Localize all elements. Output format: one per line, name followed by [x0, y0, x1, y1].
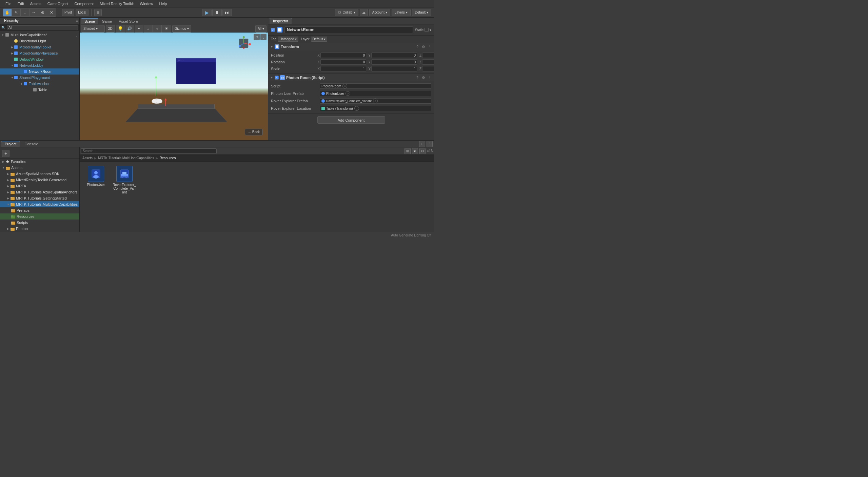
multiuser-menu[interactable]: ⋮ — [75, 33, 78, 37]
project-add-btn[interactable]: + — [2, 150, 9, 157]
tree-item-mrplayspace[interactable]: ▶ MixedRealityPlayspace — [0, 50, 79, 56]
cloud-button[interactable]: ☁ — [360, 9, 368, 16]
tree-item-table[interactable]: Table — [0, 87, 79, 93]
scale-y-input[interactable] — [371, 66, 417, 71]
project-item-azure-tutorials[interactable]: ▶ MRTK.Tutorials.AzureSpatialAnchors — [0, 189, 79, 195]
pivot-button[interactable]: Pivot — [62, 9, 74, 16]
tab-scene[interactable]: Scene — [81, 18, 98, 24]
tree-item-dirlight[interactable]: Directional Light — [0, 38, 79, 44]
play-button[interactable]: ▶ — [202, 9, 212, 16]
photon-user-ref-btn[interactable]: ○ — [346, 91, 350, 96]
script-ref-field[interactable]: PhotonRoom ○ — [320, 83, 431, 89]
tree-item-mrtoolkit[interactable]: ▶ MixedRealityToolkit — [0, 44, 79, 50]
photon-room-active[interactable]: ✓ — [275, 76, 279, 80]
fx-btn[interactable]: ✦ — [135, 25, 143, 33]
tab-game[interactable]: Game — [98, 19, 115, 24]
tree-item-debugwindow[interactable]: DebugWindow — [0, 56, 79, 62]
menu-gameobject[interactable]: GameObject — [45, 1, 71, 6]
snap-button[interactable]: ⊞ — [94, 9, 102, 16]
account-dropdown[interactable]: Account ▾ — [369, 9, 390, 16]
gizmos-dropdown[interactable]: Gizmos ▾ — [172, 25, 191, 33]
shading-dropdown[interactable]: Shaded ▾ — [81, 25, 105, 33]
transform-overflow-btn[interactable]: ⋮ — [427, 44, 432, 49]
position-x-input[interactable] — [320, 53, 366, 58]
active-checkbox[interactable]: ✓ — [271, 28, 275, 32]
project-item-getting-started[interactable]: ▶ MRTK.Tutorials.GettingStarted — [0, 195, 79, 201]
menu-component[interactable]: Component — [72, 1, 96, 6]
default-dropdown[interactable]: Default ▾ — [412, 9, 431, 16]
gameobject-name-input[interactable] — [284, 26, 413, 33]
collab-dropdown[interactable]: ⬡ Collab ▾ — [335, 9, 358, 16]
project-item-mrtk-gen[interactable]: ▶ MixedRealityToolkit.Generated — [0, 177, 79, 183]
project-item-resources[interactable]: Resources — [0, 213, 79, 220]
search-fav-btn[interactable]: ★ — [412, 148, 418, 154]
scale-x-input[interactable] — [320, 66, 366, 71]
layer-dropdown[interactable]: Default ▾ — [311, 37, 328, 42]
tree-item-sharedplayground[interactable]: ▼ SharedPlayground — [0, 75, 79, 81]
project-item-multiuser-cap[interactable]: ▼ MRTK.Tutorials.MultiUserCapabilities — [0, 201, 79, 207]
menu-window[interactable]: Window — [137, 1, 156, 6]
menu-mixed-reality[interactable]: Mixed Reality Toolkit — [97, 1, 136, 6]
static-checkbox[interactable] — [425, 28, 429, 32]
scene-view[interactable]: □ □ □ — [80, 33, 268, 140]
rotate-tool[interactable]: ↕ — [21, 9, 29, 16]
photon-room-header[interactable]: ▼ ✓ c# Photon Room (Script) ? ⚙ ⋮ — [268, 74, 434, 81]
rover-explorer-ref-field[interactable]: RoverExplorer_Complete_Variant ○ — [320, 98, 431, 104]
rover-explorer-ref-btn[interactable]: ○ — [373, 99, 378, 103]
photon-user-ref-field[interactable]: PhotonUser ○ — [320, 91, 431, 96]
flare-btn[interactable]: ☀ — [162, 25, 171, 33]
menu-file[interactable]: File — [3, 1, 14, 6]
pause-button[interactable]: ⏸ — [212, 9, 222, 16]
project-item-azure[interactable]: ▶ AzureSpatialAnchors.SDK — [0, 171, 79, 177]
static-dropdown[interactable]: ▾ — [430, 28, 431, 32]
tree-item-networklobby[interactable]: ▼ NetworkLobby — [0, 62, 79, 68]
tree-item-tableanchor[interactable]: ▶ TableAnchor — [0, 81, 79, 87]
lighting-btn[interactable]: 💡 — [116, 25, 125, 33]
skybox-btn[interactable]: □ — [144, 25, 153, 33]
add-component-button[interactable]: Add Component — [317, 116, 385, 124]
rover-location-ref-btn[interactable]: ○ — [354, 106, 359, 111]
tree-item-networkroom[interactable]: NetworkRoom — [0, 68, 79, 75]
tab-console[interactable]: Console — [21, 141, 41, 147]
bottom-settings-btn[interactable]: ⋮ — [427, 141, 433, 147]
position-y-input[interactable] — [371, 53, 417, 58]
rect-tool[interactable]: ⊕ — [38, 9, 47, 16]
project-item-prefabs[interactable]: Prefabs — [0, 207, 79, 213]
rotation-z-input[interactable] — [422, 59, 434, 65]
transform-help-btn[interactable]: ? — [415, 44, 420, 49]
transform-settings-btn[interactable]: ⚙ — [421, 44, 426, 49]
rotation-x-input[interactable] — [320, 59, 366, 65]
tag-dropdown[interactable]: Untagged ▾ — [278, 37, 298, 42]
tab-project[interactable]: Project — [1, 141, 20, 147]
rover-location-ref-field[interactable]: Table (Transform) ○ — [320, 106, 431, 111]
project-item-photon[interactable]: ▶ Photon — [0, 226, 79, 232]
audio-btn[interactable]: 🔊 — [125, 25, 134, 33]
back-button[interactable]: ← Back — [245, 129, 263, 135]
tab-inspector[interactable]: Inspector — [270, 18, 292, 24]
move-tool[interactable]: ↖ — [12, 9, 21, 16]
maximize-scene-btn[interactable]: □ — [254, 34, 260, 40]
tab-asset-store[interactable]: Asset Store — [115, 19, 141, 24]
scene-settings-btn[interactable]: ⋮ — [260, 34, 267, 40]
search-label-btn[interactable]: ⊙ — [419, 148, 426, 154]
menu-help[interactable]: Help — [157, 1, 170, 6]
project-item-mrtk[interactable]: ▶ MRTK — [0, 183, 79, 189]
tree-item-multiuser[interactable]: ▼ MultiUserCapabilities* ⋮ — [0, 32, 79, 38]
hierarchy-menu-icon[interactable]: ≡ — [76, 19, 78, 23]
menu-edit[interactable]: Edit — [15, 1, 27, 6]
file-rover-explorer[interactable]: RoverExplorer_Complete_Variant — [111, 164, 138, 229]
project-item-scripts[interactable]: Scripts — [0, 220, 79, 226]
transform-tool[interactable]: ✕ — [47, 9, 56, 16]
photon-room-overflow-btn[interactable]: ⋮ — [427, 75, 432, 80]
project-item-assets[interactable]: ▼ Assets — [0, 165, 79, 171]
search-filter-btn[interactable]: ⊞ — [405, 148, 411, 154]
breadcrumb-assets[interactable]: Assets — [82, 156, 93, 160]
scale-z-input[interactable] — [422, 66, 434, 71]
script-ref-btn[interactable]: ○ — [342, 84, 347, 88]
position-z-input[interactable] — [422, 53, 434, 58]
rotation-y-input[interactable] — [371, 59, 417, 65]
photon-room-help-btn[interactable]: ? — [415, 75, 420, 80]
layers-dropdown[interactable]: Layers ▾ — [392, 9, 411, 16]
all-dropdown[interactable]: All ▾ — [255, 25, 267, 33]
menu-assets[interactable]: Assets — [27, 1, 44, 6]
